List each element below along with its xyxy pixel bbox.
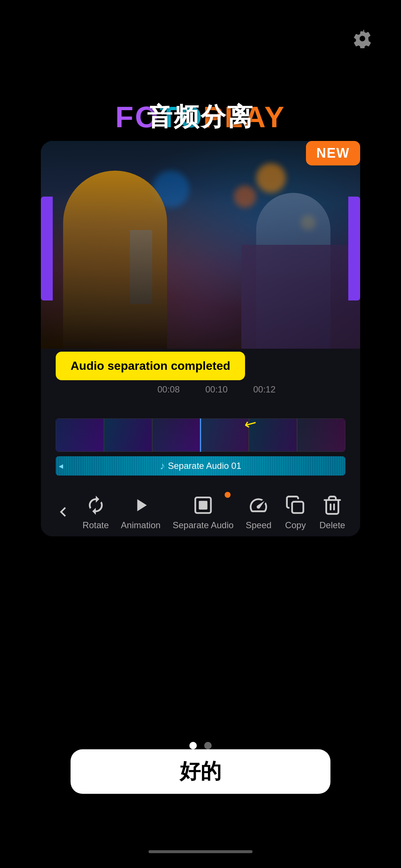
rotate-icon xyxy=(84,493,108,517)
toolbar-tools: Rotate Animation xyxy=(76,493,351,530)
time-marker-1: 00:08 xyxy=(157,384,180,395)
settings-icon[interactable] xyxy=(351,27,374,50)
bokeh-2 xyxy=(234,185,256,208)
thumb-3 xyxy=(152,418,200,452)
speed-label: Speed xyxy=(246,520,271,530)
feature-card: 00:08 00:10 00:12 Audio separation compl… xyxy=(41,141,360,536)
time-marker-2: 00:10 xyxy=(205,384,228,395)
separate-audio-label: Separate Audio xyxy=(173,520,234,530)
tool-delete[interactable]: Delete xyxy=(319,493,345,530)
tool-separate-audio[interactable]: Separate Audio xyxy=(173,493,234,530)
time-markers: 00:08 00:10 00:12 xyxy=(41,383,360,396)
ok-button[interactable]: 好的 xyxy=(71,749,330,794)
audio-track[interactable]: ◂ ♪ Separate Audio 01 xyxy=(56,456,345,476)
copy-icon xyxy=(284,493,307,517)
side-panel-left xyxy=(41,197,53,300)
audio-icon: ♪ xyxy=(160,460,165,472)
audio-track-name: Separate Audio 01 xyxy=(168,461,241,471)
separate-audio-dot xyxy=(225,492,231,498)
pagination-dots xyxy=(0,742,401,749)
tool-speed[interactable]: Speed xyxy=(246,493,271,530)
audio-separation-toast: Audio separation completed xyxy=(56,352,245,380)
svg-rect-1 xyxy=(199,501,207,509)
back-button[interactable] xyxy=(50,502,76,522)
bg-musician xyxy=(241,245,360,349)
new-badge: NEW xyxy=(306,141,360,165)
video-preview[interactable] xyxy=(41,141,360,349)
tool-copy[interactable]: Copy xyxy=(284,493,307,530)
thumb-2 xyxy=(104,418,152,452)
timeline-area: 00:08 00:10 00:12 Audio separation compl… xyxy=(41,349,360,487)
delete-label: Delete xyxy=(319,520,345,530)
animation-icon xyxy=(129,493,153,517)
audio-track-arrow: ◂ xyxy=(59,461,63,471)
drum-stick xyxy=(130,230,152,304)
speed-icon xyxy=(247,493,270,517)
tool-rotate[interactable]: Rotate xyxy=(82,493,109,530)
bokeh-1 xyxy=(256,163,286,193)
time-marker-3: 00:12 xyxy=(253,384,276,395)
delete-icon xyxy=(320,493,344,517)
rotate-label: Rotate xyxy=(82,520,109,530)
separate-audio-icon xyxy=(191,493,215,517)
home-indicator xyxy=(149,850,252,853)
tool-animation[interactable]: Animation xyxy=(121,493,161,530)
side-panel-right xyxy=(348,197,360,300)
pagination-dot-2 xyxy=(204,742,212,749)
pagination-dot-1 xyxy=(189,742,197,749)
playhead: ↙ xyxy=(200,418,201,452)
thumb-1 xyxy=(56,418,104,452)
title-overlay: 音频分离 xyxy=(0,100,401,134)
thumb-6 xyxy=(297,418,345,452)
copy-label: Copy xyxy=(285,520,306,530)
video-thumbnails-strip: ↙ xyxy=(56,418,345,452)
feature-title: 音频分离 xyxy=(147,100,254,134)
animation-label: Animation xyxy=(121,520,161,530)
toolbar: Rotate Animation xyxy=(41,487,360,536)
audio-track-label: ♪ Separate Audio 01 xyxy=(160,460,241,472)
thumb-4 xyxy=(200,418,249,452)
svg-rect-2 xyxy=(292,502,303,513)
